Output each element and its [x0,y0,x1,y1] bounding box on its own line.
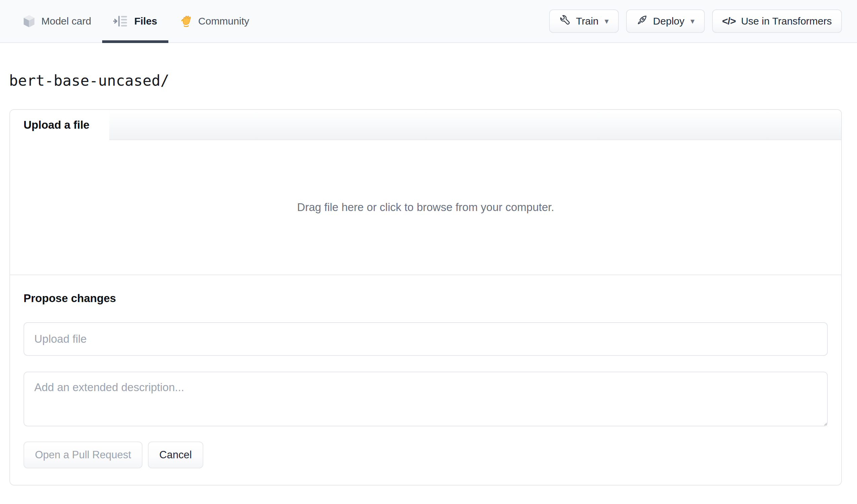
waving-hand-icon [180,15,192,28]
breadcrumb[interactable]: bert-base-uncased/ [9,72,169,90]
files-list-icon [113,15,128,28]
tab-model-card-label: Model card [41,15,91,27]
deploy-button[interactable]: Deploy ▾ [626,10,704,33]
tab-community-label: Community [198,15,249,27]
model-cube-icon [23,14,35,28]
tab-files[interactable]: Files [102,0,168,42]
tab-model-card[interactable]: Model card [12,0,102,42]
propose-changes-section: Propose changes Open a Pull Request Canc… [10,275,841,485]
use-in-transformers-button[interactable]: </> Use in Transformers [712,10,842,33]
propose-changes-heading: Propose changes [23,292,828,305]
train-button[interactable]: Train ▾ [549,10,619,33]
upload-card: Upload a file Drag file here or click to… [10,109,842,486]
upload-card-tab-strip: Upload a file [10,110,841,140]
repo-nav: Model card Files [0,0,857,43]
tab-upload-a-file[interactable]: Upload a file [10,110,109,140]
description-textarea[interactable] [23,372,828,426]
deploy-button-label: Deploy [653,15,684,27]
main-content: bert-base-uncased/ Upload a file Drag fi… [0,43,857,486]
dropzone-hint-text: Drag file here or click to browse from y… [297,201,554,214]
code-icon: </> [722,15,736,27]
tab-strip-filler [109,110,841,140]
file-dropzone[interactable]: Drag file here or click to browse from y… [10,140,841,275]
chevron-down-icon: ▾ [691,17,695,25]
tab-files-label: Files [134,15,157,27]
repo-action-buttons: Train ▾ Deploy ▾ </> Use in Transformers [549,10,842,33]
propose-actions: Open a Pull Request Cancel [23,441,828,468]
train-button-label: Train [576,15,599,27]
tab-community[interactable]: Community [168,0,261,42]
rocket-icon [636,14,648,28]
open-pull-request-button[interactable]: Open a Pull Request [23,441,142,468]
chevron-down-icon: ▾ [605,17,609,25]
cancel-button[interactable]: Cancel [148,441,203,468]
wrench-icon [559,14,571,28]
use-in-transformers-label: Use in Transformers [741,15,832,27]
tab-upload-a-file-label: Upload a file [23,119,89,131]
repo-tab-bar: Model card Files [12,0,260,42]
upload-file-input[interactable] [23,322,828,356]
